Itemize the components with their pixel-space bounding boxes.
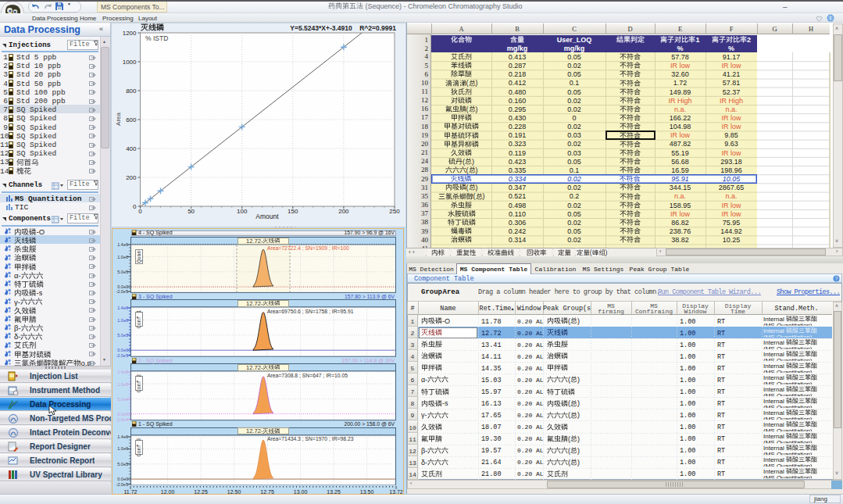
svg-text:800: 800 [126,88,137,95]
svg-text:1200: 1200 [123,30,137,37]
svg-text:250: 250 [389,208,400,215]
svg-text:200: 200 [338,208,349,215]
svg-text:0: 0 [138,208,142,215]
svg-text:100: 100 [237,208,248,215]
svg-text:600: 600 [126,116,137,123]
svg-text:50: 50 [188,208,195,215]
svg-text:200: 200 [126,174,137,181]
svg-text:?: ? [835,276,838,281]
svg-text:0: 0 [133,203,137,210]
svg-text:150: 150 [288,208,298,215]
svg-text:400: 400 [126,145,137,152]
svg-text:Amount: Amount [255,213,279,220]
svg-text:1000: 1000 [123,59,137,66]
